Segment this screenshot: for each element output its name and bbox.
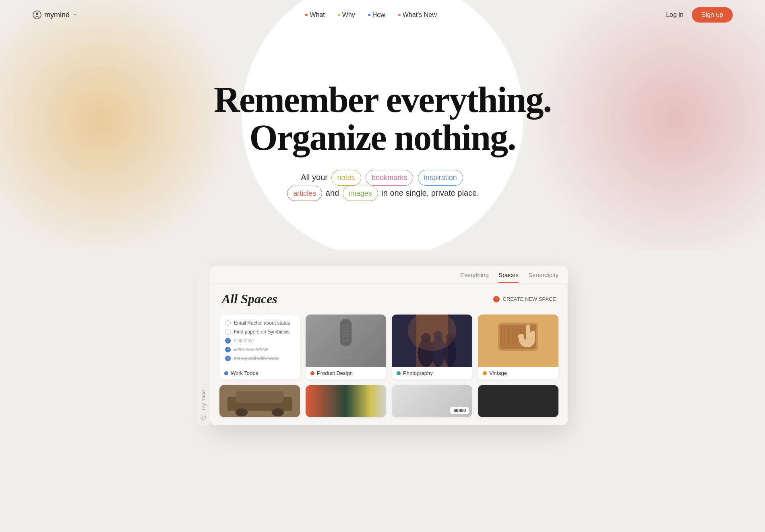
todo-text-1: Email Rachel about status xyxy=(234,320,290,326)
app-section-title: All Spaces xyxy=(222,292,277,306)
svg-point-14 xyxy=(345,328,347,329)
space-card-product-design[interactable]: Product Design xyxy=(306,315,386,379)
hero-subline: All your notes bookmarks inspiration art… xyxy=(214,170,551,201)
app-header: All Spaces CREATE NEW SPACE xyxy=(210,284,568,311)
card-dot-work-todos xyxy=(224,371,228,375)
navigation: mymind™ What Why How What's New xyxy=(0,0,765,30)
hero-subtext-prefix: All your xyxy=(301,173,328,182)
svg-point-59 xyxy=(236,408,248,416)
svg-point-21 xyxy=(345,332,347,333)
hero-headline-line1: Remember everything. xyxy=(214,80,551,120)
space-card-photography[interactable]: Photography xyxy=(392,315,472,379)
login-button[interactable]: Log in xyxy=(666,11,684,19)
svg-point-13 xyxy=(343,328,345,329)
todo-item-1: Email Rachel about status xyxy=(225,320,294,326)
create-space-button[interactable]: CREATE NEW SPACE xyxy=(493,296,556,302)
nav-item-whats-new[interactable]: What's New xyxy=(398,11,437,19)
logo[interactable]: mymind™ xyxy=(32,10,76,20)
space-card-car[interactable] xyxy=(219,385,300,417)
product-design-image xyxy=(306,315,386,367)
nav-item-why[interactable]: Why xyxy=(338,11,355,19)
price-badge: $6800 xyxy=(450,407,469,414)
svg-point-9 xyxy=(342,326,343,327)
svg-point-2 xyxy=(201,415,206,420)
pill-bookmarks: bookmarks xyxy=(366,170,413,186)
nav-links: What Why How What's New xyxy=(305,11,436,19)
nav-dot-why xyxy=(338,14,340,16)
svg-point-29 xyxy=(347,336,349,337)
space-card-vintage[interactable]: Vintage xyxy=(478,315,558,379)
card-name-product-design: Product Design xyxy=(317,370,353,376)
svg-rect-33 xyxy=(345,347,347,357)
todo-text-5: set-up call with Nasa xyxy=(234,356,279,361)
space-label-work-todos: Work Todos xyxy=(219,367,300,379)
nav-dot-what xyxy=(305,14,308,16)
app-tabs: Everything Spaces Serendipity xyxy=(210,266,568,284)
nav-label-whats-new: What's New xyxy=(403,11,437,19)
card-name-photography: Photography xyxy=(403,370,433,376)
signup-button[interactable]: Sign up xyxy=(692,7,733,23)
nav-item-how[interactable]: How xyxy=(368,11,385,19)
svg-point-19 xyxy=(348,330,349,331)
todo-list: Email Rachel about status Find papers on… xyxy=(219,315,300,367)
vintage-image xyxy=(478,315,558,367)
photography-image xyxy=(392,315,472,367)
todo-item-5: set-up call with Nasa xyxy=(225,356,294,361)
pill-inspiration: inspiration xyxy=(418,170,463,186)
pill-notes: notes xyxy=(331,170,361,186)
tab-everything[interactable]: Everything xyxy=(460,271,489,283)
svg-point-23 xyxy=(342,334,343,335)
space-card-work-todos[interactable]: Email Rachel about status Find papers on… xyxy=(219,315,300,379)
svg-point-17 xyxy=(344,330,345,331)
svg-point-22 xyxy=(347,332,349,333)
photography-illustration xyxy=(392,315,472,367)
svg-point-20 xyxy=(343,332,345,333)
dark-image xyxy=(478,385,558,417)
tab-spaces[interactable]: Spaces xyxy=(498,271,519,283)
todo-item-2: Find papers on Symbiosis xyxy=(225,329,294,335)
logo-icon xyxy=(32,10,42,20)
pill-articles: articles xyxy=(287,186,322,201)
tab-serendipity[interactable]: Serendipity xyxy=(528,271,558,283)
todo-checkbox-1[interactable] xyxy=(225,320,231,326)
space-card-colorblock[interactable] xyxy=(306,385,386,417)
logo-tm: ™ xyxy=(72,13,76,17)
todo-checkbox-3[interactable] xyxy=(225,338,231,344)
space-card-dark[interactable] xyxy=(478,385,558,417)
sidebar-icon xyxy=(200,414,207,420)
sidebar-strip: my mind xyxy=(197,266,210,425)
todo-text-3: Call Mike xyxy=(234,338,254,344)
car-image xyxy=(219,385,300,417)
nav-item-what[interactable]: What xyxy=(305,11,325,19)
card-dot-product-design xyxy=(310,371,314,375)
space-card-price[interactable]: $6800 xyxy=(392,385,472,417)
hero-subtext-and: and xyxy=(326,188,339,197)
space-label-product-design: Product Design xyxy=(306,367,386,379)
todo-checkbox-4[interactable] xyxy=(225,347,231,352)
svg-point-31 xyxy=(345,340,347,342)
pill-images: images xyxy=(343,186,378,201)
colorblock-image xyxy=(306,385,386,417)
space-label-vintage: Vintage xyxy=(478,367,558,379)
card-name-work-todos: Work Todos xyxy=(231,370,258,376)
hero-section: Remember everything. Organize nothing. A… xyxy=(0,0,765,250)
vintage-illustration xyxy=(478,315,558,367)
logo-text: mymind xyxy=(44,11,70,19)
nav-label-why: Why xyxy=(342,11,355,19)
svg-point-12 xyxy=(348,326,349,327)
svg-point-60 xyxy=(272,408,284,416)
svg-point-10 xyxy=(344,326,345,327)
svg-rect-34 xyxy=(340,356,352,358)
svg-point-24 xyxy=(344,334,345,335)
nav-label-how: How xyxy=(372,11,385,19)
card-name-vintage: Vintage xyxy=(489,370,507,376)
svg-point-18 xyxy=(346,330,347,331)
todo-checkbox-5[interactable] xyxy=(225,356,231,361)
hero-headline-line2: Organize nothing. xyxy=(249,118,515,157)
svg-point-26 xyxy=(348,334,349,335)
svg-point-3 xyxy=(202,416,203,418)
spaces-grid-row1: Email Rachel about status Find papers on… xyxy=(210,311,568,385)
space-label-photography: Photography xyxy=(392,367,472,379)
todo-checkbox-2[interactable] xyxy=(225,329,231,335)
svg-point-1 xyxy=(36,12,38,15)
